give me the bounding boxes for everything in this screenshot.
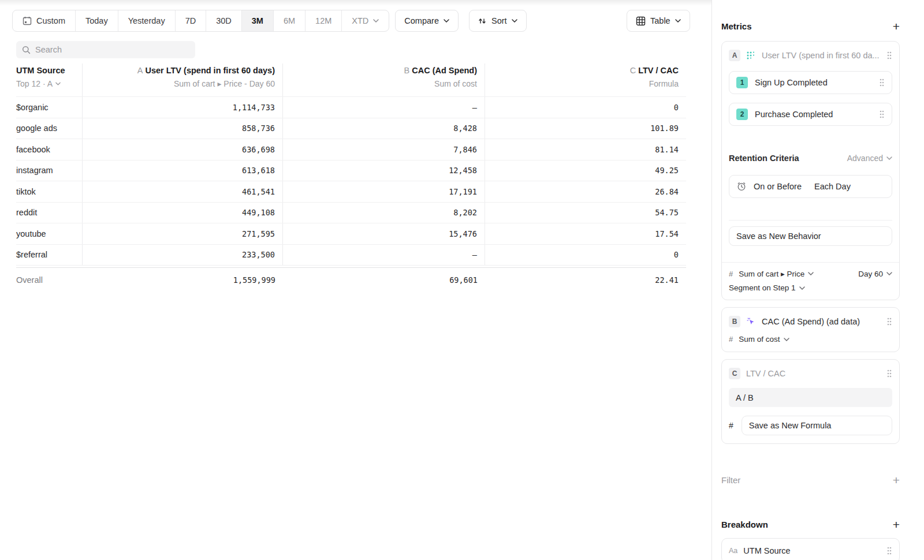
breakdown-section-header: Breakdown + [721,518,900,531]
alarm-clock-icon [736,181,747,192]
search-icon [22,46,31,54]
number-type-icon: # [729,335,733,344]
drag-handle-icon[interactable] [886,546,892,555]
metric-letter-badge: B [729,316,740,327]
metric-c-title: LTV / CAC [746,369,881,378]
chevron-down-icon [886,156,892,160]
metric-letter-badge: A [729,50,740,61]
criteria-condition[interactable]: On or Before [754,182,802,191]
date-range-picker: Custom Today Yesterday 7D 30D 3M 6M 12M … [12,10,389,32]
magic-cursor-icon [746,317,756,327]
metrics-section-header: Metrics + [721,20,900,32]
drag-handle-icon[interactable] [879,78,885,87]
chevron-down-icon [784,338,789,341]
range-3m-selected[interactable]: 3M [242,10,274,31]
table-overall-row: Overall 1,559,999 69,601 22.41 [16,267,686,292]
metric-b-aggregation: # Sum of cost [729,335,892,344]
column-header-b[interactable]: BCAC (Ad Spend) Sum of cost [283,64,485,96]
range-today[interactable]: Today [76,10,118,31]
calendar-icon [23,16,32,25]
chevron-down-icon [55,82,61,85]
metric-b-title: CAC (Ad Spend) (ad data) [762,317,881,326]
column-header-utm-source[interactable]: UTM Source Top 12 · A [16,64,83,96]
step-number-badge: 2 [736,109,748,120]
range-30d[interactable]: 30D [206,10,242,31]
advanced-toggle[interactable]: Advanced [847,154,892,163]
string-property-icon: Aa [729,547,737,555]
toolbar: Custom Today Yesterday 7D 30D 3M 6M 12M … [12,10,711,32]
chevron-down-icon [512,19,517,23]
add-breakdown-button[interactable]: + [893,518,900,531]
compare-button[interactable]: Compare [395,10,459,32]
main-content: Custom Today Yesterday 7D 30D 3M 6M 12M … [0,0,711,560]
search-input[interactable] [35,45,189,54]
retention-criteria-header: Retention Criteria Advanced [729,154,892,163]
retention-criteria-box[interactable]: On or Before Each Day [729,175,892,198]
table-row[interactable]: $referral 233,500 – 0 [16,245,686,266]
metric-a-card: A User LTV (spend in first 60 da... [721,41,900,300]
metrics-title: Metrics [721,21,752,31]
range-custom[interactable]: Custom [13,10,76,31]
day-window-selector[interactable]: Day 60 [858,270,883,278]
metric-c-card: C LTV / CAC A / B # Save as New Formula [721,359,900,444]
table-row[interactable]: google ads 858,736 8,428 101.89 [16,118,686,140]
event-step-2[interactable]: 2 Purchase Completed [729,103,892,126]
step-number-badge: 1 [736,77,748,88]
chevron-down-icon [444,19,449,23]
drag-handle-icon[interactable] [886,51,892,60]
divider [729,220,892,221]
criteria-window[interactable]: Each Day [814,182,851,191]
breakdown-table: UTM Source Top 12 · A AUser LTV (spend i… [16,64,686,292]
formula-input[interactable]: A / B [729,388,892,407]
number-type-icon: # [729,270,733,278]
breakdown-item-utm-source[interactable]: Aa UTM Source [721,538,900,560]
range-yesterday[interactable]: Yesterday [118,10,176,31]
chevron-down-icon [799,286,805,290]
range-label: Custom [36,16,65,25]
metric-a-header[interactable]: A User LTV (spend in first 60 da... [729,48,892,62]
segment-on-step-selector[interactable]: Segment on Step 1 [729,283,796,292]
sort-button[interactable]: Sort [469,10,527,32]
table-row[interactable]: $organic 1,114,733 – 0 [16,97,686,118]
drag-handle-icon[interactable] [886,317,892,326]
event-step-1[interactable]: 1 Sign Up Completed [729,71,892,94]
query-builder-sidebar: Metrics + A User LTV (spend in first 60 … [711,0,924,560]
table-grid-icon [636,16,646,26]
range-xtd[interactable]: XTD [342,10,389,31]
sort-arrows-icon [478,17,487,25]
add-metric-button[interactable]: + [893,20,900,32]
metric-a-title: User LTV (spend in first 60 da... [762,51,881,60]
analytics-app: Custom Today Yesterday 7D 30D 3M 6M 12M … [0,0,924,560]
filter-section-header: Filter + [721,474,900,486]
retention-metric-icon [746,51,756,61]
table-row[interactable]: facebook 636,698 7,846 81.14 [16,139,686,160]
number-type-icon: # [729,421,733,430]
metric-a-aggregation: # Sum of cart ▸ Price Day 60 Segment on … [722,262,899,300]
top-n-selector[interactable]: Top 12 · A [16,79,53,88]
range-12m[interactable]: 12M [305,10,342,31]
aggregation-selector[interactable]: Sum of cost [739,335,780,344]
table-header-row: UTM Source Top 12 · A AUser LTV (spend i… [16,64,686,97]
table-row[interactable]: instagram 613,618 12,458 49.25 [16,160,686,182]
metric-b-card: B CAC (Ad Spend) (ad data) [721,307,900,352]
metric-b-header[interactable]: B CAC (Ad Spend) (ad data) [729,315,892,328]
view-type-button[interactable]: Table [627,10,690,32]
table-row[interactable]: youtube 271,595 15,476 17.54 [16,223,686,245]
column-header-a[interactable]: AUser LTV (spend in first 60 days) Sum o… [83,64,283,96]
add-filter-button[interactable]: + [893,474,900,486]
save-as-new-formula-button[interactable]: Save as New Formula [742,416,892,435]
filter-title: Filter [721,475,740,485]
breakdown-title: Breakdown [721,520,768,529]
save-as-new-behavior-button[interactable]: Save as New Behavior [729,226,892,246]
table-row[interactable]: tiktok 461,541 17,191 26.84 [16,181,686,203]
range-7d[interactable]: 7D [176,10,207,31]
metric-letter-badge: C [729,368,740,379]
metric-c-header[interactable]: C LTV / CAC [729,367,892,380]
aggregation-selector[interactable]: Sum of cart ▸ Price [739,269,804,278]
range-6m[interactable]: 6M [274,10,305,31]
table-row[interactable]: reddit 449,108 8,202 54.75 [16,203,686,224]
drag-handle-icon[interactable] [886,369,892,378]
drag-handle-icon[interactable] [879,110,885,119]
chevron-down-icon [373,19,379,23]
column-header-c[interactable]: CLTV / CAC Formula [485,64,686,96]
